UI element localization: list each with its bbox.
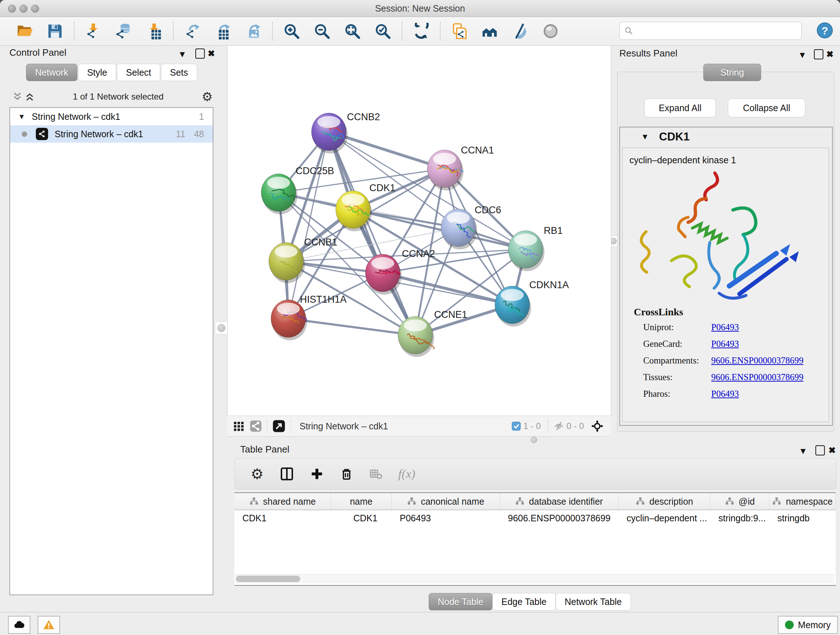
table-panel-close-icon[interactable]: ✖	[829, 446, 836, 455]
column-header-shared-name[interactable]: shared name	[234, 493, 331, 510]
export-table-icon[interactable]	[214, 22, 232, 40]
network-node-rb1[interactable]	[508, 231, 545, 271]
table-panel-menu-icon[interactable]: ▼	[799, 447, 807, 455]
network-collection-row[interactable]: ▼ String Network – cdk1 1	[10, 108, 213, 125]
clone-network-icon[interactable]	[450, 22, 469, 40]
open-file-icon[interactable]	[16, 22, 34, 40]
gene-section-header[interactable]: ▼ CDK1	[620, 127, 831, 146]
network-node-cdkn1a[interactable]	[495, 286, 531, 326]
network-node-ccna1[interactable]	[427, 150, 463, 190]
collapse-all-icon[interactable]	[12, 92, 22, 102]
tab-network[interactable]: Network	[26, 64, 77, 81]
network-node-ccnb1[interactable]	[269, 242, 305, 283]
expand-all-button[interactable]: Expand All	[644, 98, 716, 117]
network-node-cdc25b[interactable]	[261, 174, 297, 214]
network-node-cdk1[interactable]	[336, 191, 372, 231]
close-window-icon[interactable]	[8, 5, 16, 13]
column-header-name[interactable]: name	[331, 493, 392, 510]
network-node-hist1h1a[interactable]	[271, 300, 307, 340]
column-header-database-identifier[interactable]: database identifier	[500, 493, 619, 510]
show-columns-icon[interactable]	[279, 467, 294, 481]
network-node-cdc6[interactable]	[441, 209, 477, 249]
export-image-icon[interactable]	[244, 22, 262, 40]
tab-node-table[interactable]: Node Table	[429, 593, 493, 610]
tab-network-table[interactable]: Network Table	[556, 593, 631, 610]
tab-sets[interactable]: Sets	[161, 64, 197, 81]
gene-caret-icon[interactable]: ▼	[641, 132, 649, 141]
table-cell[interactable]: stringdb	[769, 510, 836, 527]
network-options-gear-icon[interactable]: ⚙	[202, 90, 213, 103]
results-panel-close-icon[interactable]: ✖	[826, 50, 834, 59]
zoom-selected-icon[interactable]	[374, 22, 392, 40]
network-node-ccne1[interactable]	[398, 317, 434, 357]
left-splitter-handle[interactable]	[215, 321, 228, 334]
tab-style[interactable]: Style	[78, 64, 117, 81]
delete-column-icon[interactable]	[340, 467, 354, 481]
table-settings-gear-icon[interactable]: ⚙	[251, 468, 264, 480]
table-panel-float-icon[interactable]	[815, 445, 825, 455]
zoom-out-icon[interactable]	[313, 22, 331, 40]
show-panels-icon[interactable]	[542, 22, 560, 40]
birdseye-view-icon[interactable]	[272, 420, 286, 432]
import-table-icon[interactable]	[145, 22, 163, 40]
table-cell[interactable]: CDK1	[331, 510, 392, 527]
crosslink-value-link[interactable]: 9606.ENSP00000378699	[711, 372, 804, 382]
table-cell[interactable]: P06493	[392, 510, 500, 527]
grid-view-icon[interactable]	[233, 420, 245, 432]
minimize-window-icon[interactable]	[19, 5, 27, 13]
memory-button[interactable]: Memory	[778, 616, 838, 634]
network-edge[interactable]	[329, 132, 526, 249]
table-row[interactable]: CDK1CDK1P064939606.ENSP00000378699cyclin…	[234, 510, 836, 527]
table-cell[interactable]: cyclin–dependent ...	[619, 510, 711, 527]
column-header-canonical-name[interactable]: canonical name	[392, 493, 500, 510]
control-panel-close-icon[interactable]: ✖	[208, 49, 215, 58]
table-cell[interactable]: 9606.ENSP00000378699	[500, 510, 619, 527]
table-cell[interactable]: stringdb:9...	[711, 510, 769, 527]
results-panel-menu-icon[interactable]: ▼	[798, 51, 807, 59]
collapse-all-button[interactable]: Collapse All	[728, 98, 805, 117]
table-hscrollbar[interactable]	[235, 574, 834, 583]
network-edge[interactable]	[288, 132, 329, 318]
network-edge[interactable]	[288, 318, 415, 335]
table-hscrollbar-thumb[interactable]	[236, 576, 300, 582]
show-home-icon[interactable]	[481, 22, 499, 40]
tab-select[interactable]: Select	[117, 64, 160, 81]
crosslink-value-link[interactable]: P06493	[711, 322, 739, 333]
refresh-view-icon[interactable]	[412, 22, 430, 40]
control-panel-float-icon[interactable]	[195, 49, 205, 59]
save-session-icon[interactable]	[46, 22, 64, 40]
collection-caret-icon[interactable]: ▼	[18, 112, 25, 121]
column-header-namespace[interactable]: namespace	[769, 493, 836, 510]
zoom-fit-icon[interactable]	[343, 22, 362, 40]
tab-edge-table[interactable]: Edge Table	[493, 593, 556, 610]
search-field[interactable]	[619, 22, 802, 40]
column-header-@id[interactable]: @id	[711, 493, 769, 510]
network-canvas[interactable]: CCNB2CCNA1CDC25BCDK1CDC6RB1CCNB1CCNA2CDK…	[227, 46, 611, 416]
node-table[interactable]: shared namenamecanonical namedatabase id…	[234, 492, 836, 586]
crosslink-value-link[interactable]: P06493	[711, 389, 739, 399]
help-button[interactable]: ?	[816, 22, 834, 39]
selected-nodes-checkbox-icon[interactable]	[511, 421, 521, 431]
export-network-icon[interactable]	[183, 22, 202, 40]
network-share-icon[interactable]	[249, 420, 262, 432]
results-panel-float-icon[interactable]	[814, 49, 823, 59]
table-cell[interactable]: CDK1	[234, 510, 331, 527]
add-column-icon[interactable]	[310, 467, 324, 481]
expand-all-icon[interactable]	[25, 92, 35, 102]
bottom-splitter-handle[interactable]	[531, 437, 537, 443]
hide-panels-icon[interactable]	[511, 22, 529, 40]
network-row-selected[interactable]: String Network – cdk1 11 48	[10, 125, 213, 143]
zoom-in-icon[interactable]	[283, 22, 301, 40]
import-network-database-icon[interactable]	[115, 22, 133, 40]
crosslink-value-link[interactable]: P06493	[711, 339, 739, 349]
import-network-file-icon[interactable]	[84, 22, 103, 40]
warnings-button[interactable]	[38, 616, 60, 634]
cloud-button[interactable]	[8, 616, 30, 634]
search-input[interactable]	[636, 23, 801, 38]
fit-selected-crosshair-icon[interactable]	[591, 419, 604, 433]
column-header-description[interactable]: description	[619, 493, 711, 510]
tab-string[interactable]: String	[703, 64, 761, 81]
control-panel-menu-icon[interactable]: ▼	[178, 50, 187, 59]
crosslink-value-link[interactable]: 9606.ENSP00000378699	[711, 356, 804, 366]
maximize-window-icon[interactable]	[31, 5, 39, 13]
